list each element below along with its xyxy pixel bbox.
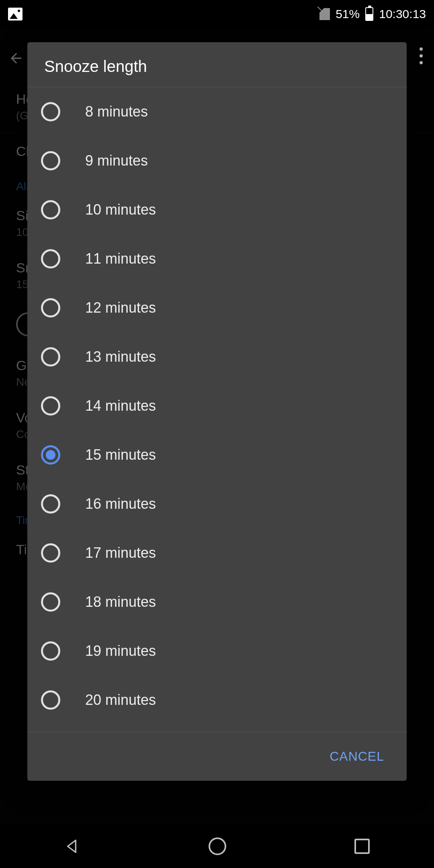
nav-home-button[interactable] [209,837,226,855]
radio-icon[interactable] [41,543,60,563]
cancel-button[interactable]: CANCEL [330,749,384,764]
snooze-option[interactable]: 15 minutes [27,430,407,479]
radio-icon[interactable] [41,200,60,219]
battery-percent: 51% [336,7,360,21]
snooze-option-label: 12 minutes [85,299,156,316]
dialog-option-list[interactable]: 8 minutes9 minutes10 minutes11 minutes12… [27,87,407,732]
snooze-option[interactable]: 19 minutes [27,626,407,676]
radio-icon[interactable] [41,445,60,465]
radio-icon[interactable] [41,151,60,170]
snooze-length-dialog: Snooze length 8 minutes9 minutes10 minut… [27,42,407,781]
snooze-option-label: 16 minutes [85,495,156,512]
snooze-option[interactable]: 13 minutes [27,332,407,381]
radio-icon[interactable] [41,396,60,416]
snooze-option-label: 13 minutes [85,348,156,365]
nav-back-button[interactable] [64,838,80,854]
status-left [8,8,23,20]
snooze-option[interactable]: 20 minutes [27,676,407,725]
dialog-actions: CANCEL [27,732,407,781]
no-sim-icon [319,8,330,20]
snooze-option[interactable]: 16 minutes [27,479,407,528]
battery-icon [365,7,373,21]
snooze-option-label: 8 minutes [85,103,148,120]
snooze-option-label: 9 minutes [85,152,148,169]
snooze-option[interactable]: 17 minutes [27,528,407,577]
snooze-option[interactable]: 10 minutes [27,185,407,234]
snooze-option-label: 14 minutes [85,397,156,414]
radio-icon[interactable] [41,592,60,612]
nav-recent-button[interactable] [354,839,370,854]
snooze-option[interactable]: 8 minutes [27,87,407,136]
radio-icon[interactable] [41,249,60,268]
snooze-option-label: 18 minutes [85,594,156,610]
radio-icon[interactable] [41,102,60,121]
snooze-option-label: 11 minutes [85,250,156,267]
status-right: 51% 10:30:13 [319,7,426,21]
radio-icon[interactable] [41,690,60,710]
snooze-option[interactable]: 9 minutes [27,136,407,185]
status-bar: 51% 10:30:13 [0,0,434,28]
snooze-option[interactable]: 14 minutes [27,381,407,430]
overflow-menu-icon[interactable] [420,47,423,64]
snooze-option-label: 15 minutes [85,446,156,463]
dialog-title: Snooze length [27,42,407,87]
snooze-option-label: 20 minutes [85,692,156,708]
snooze-option-label: 17 minutes [85,545,156,561]
radio-icon[interactable] [41,298,60,317]
snooze-option[interactable]: 11 minutes [27,234,407,283]
snooze-option-label: 19 minutes [85,643,156,659]
radio-icon[interactable] [41,494,60,514]
snooze-option[interactable]: 18 minutes [27,577,407,626]
radio-icon[interactable] [41,641,60,661]
status-clock: 10:30:13 [379,7,426,21]
navigation-bar [0,825,434,868]
screenshot-notification-icon [8,8,23,20]
snooze-option[interactable]: 12 minutes [27,283,407,332]
snooze-option-label: 10 minutes [85,201,156,218]
radio-icon[interactable] [41,347,60,366]
